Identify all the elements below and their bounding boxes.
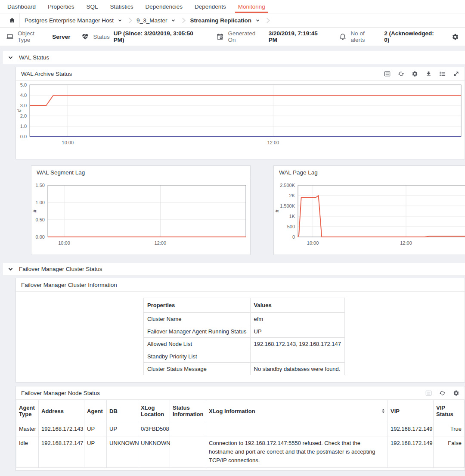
- generated-on-label: Generated On: [228, 30, 264, 43]
- xlog-location-cell: UNKNOWN: [138, 436, 170, 468]
- chevron-down-icon[interactable]: [8, 266, 13, 272]
- section-wal-status[interactable]: WAL Status: [3, 51, 465, 64]
- settings-icon[interactable]: [412, 71, 418, 77]
- column-header-vip-status[interactable]: VIP Status: [434, 400, 465, 422]
- table-row-idle: Idle 192.168.172.147 UP UNKNOWN UNKNOWN …: [16, 436, 465, 468]
- refresh-icon[interactable]: [398, 71, 404, 77]
- breadcrumb-item-server[interactable]: 9_3_Master: [132, 17, 180, 24]
- bell-icon: [339, 33, 347, 40]
- column-header-xlog-location[interactable]: XLog Location: [138, 400, 170, 422]
- calendar-icon: [216, 33, 224, 40]
- svg-text:3.0: 3.0: [20, 103, 27, 108]
- sort-icon[interactable]: [381, 408, 385, 414]
- tab-monitoring[interactable]: Monitoring: [235, 0, 268, 13]
- svg-text:0.50: 0.50: [36, 217, 45, 222]
- data-grid-icon[interactable]: [384, 71, 391, 77]
- table-row: Cluster Status Message No standby databa…: [144, 363, 345, 375]
- generated-on-item: Generated On 3/20/2019, 7:19:45 PM: [216, 30, 328, 43]
- property-cell: Failover Manager Agent Running Status: [144, 325, 251, 338]
- list-icon[interactable]: [439, 71, 446, 77]
- chevron-down-icon[interactable]: [8, 55, 13, 60]
- status-information-cell: [170, 436, 206, 468]
- table-row: Standby Priority List: [144, 350, 345, 363]
- settings-icon[interactable]: [453, 390, 459, 396]
- table-row: Cluster Name efm: [144, 313, 345, 325]
- panel-header: WAL Segment Lag: [31, 166, 250, 179]
- svg-text:0.0: 0.0: [20, 134, 27, 139]
- property-cell: Cluster Status Message: [144, 363, 251, 375]
- node-status-table: Agent Type Address Agent DB XLog Locatio…: [16, 400, 465, 468]
- property-cell: Allowed Node List: [144, 338, 251, 350]
- caret-down-icon: [255, 18, 260, 23]
- data-grid-icon[interactable]: [425, 390, 432, 396]
- column-header-label: XLog Information: [209, 408, 255, 414]
- value-cell: No standby databases were found.: [250, 363, 344, 375]
- alerts-value: 2 (Acknowledged: 0): [384, 30, 440, 43]
- svg-text:500: 500: [287, 224, 295, 229]
- svg-text:12:00: 12:00: [155, 240, 167, 246]
- server-icon: [6, 33, 14, 40]
- svg-text:1.50: 1.50: [36, 183, 45, 188]
- address-cell: 192.168.172.147: [39, 436, 84, 468]
- refresh-icon[interactable]: [439, 390, 446, 396]
- column-header-agent[interactable]: Agent: [84, 400, 107, 422]
- agent-cell: UP: [84, 436, 107, 468]
- column-header-status-information[interactable]: Status Information: [170, 400, 206, 422]
- status-label: Status: [93, 34, 109, 40]
- svg-text:10:00: 10:00: [58, 240, 70, 246]
- db-cell: UP: [107, 422, 138, 436]
- tab-properties[interactable]: Properties: [45, 0, 78, 13]
- object-type-item: Object Type Server: [6, 30, 70, 43]
- column-header-xlog-information[interactable]: XLog Information: [206, 400, 388, 422]
- expand-icon[interactable]: [453, 71, 459, 77]
- db-cell: UNKNOWN: [107, 436, 138, 468]
- column-header-agent-type[interactable]: Agent Type: [16, 400, 39, 422]
- property-cell: Standby Priority List: [144, 350, 251, 363]
- value-cell: UP: [250, 325, 344, 338]
- tab-statistics[interactable]: Statistics: [107, 0, 136, 13]
- generated-on-value: 3/20/2019, 7:19:45 PM: [269, 30, 328, 43]
- tab-sql[interactable]: SQL: [84, 0, 101, 13]
- panel-title: WAL Archive Status: [21, 71, 72, 77]
- wal-segment-chart: 0.000.501.001.5010:0012:00#: [31, 183, 250, 248]
- download-icon[interactable]: [425, 71, 432, 77]
- tab-dashboard[interactable]: Dashboard: [4, 0, 39, 13]
- xlog-location-cell: 0/3FBD508: [138, 422, 170, 436]
- alerts-label: No of alerts: [350, 30, 380, 43]
- vip-cell: 192.168.172.149: [388, 436, 434, 468]
- breadcrumb-item-dashboard[interactable]: Streaming Replication: [185, 17, 265, 24]
- panel-wal-archive-status: WAL Archive Status 0.01.02.03.04.05.010:…: [16, 67, 465, 159]
- settings-icon[interactable]: [452, 33, 459, 40]
- wal-archive-chart: 0.01.02.03.04.05.010:0012:00#: [16, 82, 465, 148]
- panel-header: WAL Page Lag: [274, 166, 465, 179]
- svg-text:1.00: 1.00: [36, 200, 45, 205]
- column-header-address[interactable]: Address: [39, 400, 84, 422]
- status-information-cell: [170, 422, 206, 436]
- object-type-value: Server: [52, 34, 70, 40]
- svg-text:#: #: [32, 209, 38, 212]
- cluster-info-table: Properties Values Cluster Name efm Failo…: [143, 298, 345, 375]
- tab-dependencies[interactable]: Dependencies: [143, 0, 186, 13]
- svg-text:5.0: 5.0: [20, 82, 27, 87]
- svg-text:1.0: 1.0: [20, 124, 27, 129]
- home-icon[interactable]: [4, 13, 20, 27]
- breadcrumb-separator-icon: [180, 18, 186, 23]
- xlog-information-cell: [206, 422, 388, 436]
- tab-dependents[interactable]: Dependents: [192, 0, 229, 13]
- info-bar: Object Type Server Status UP (Since: 3/2…: [0, 28, 465, 46]
- section-failover-cluster-status[interactable]: Failover Manager Cluster Status: [3, 263, 465, 275]
- table-row: Allowed Node List 192.168.172.143, 192.1…: [144, 338, 345, 350]
- column-header-vip[interactable]: VIP: [388, 400, 434, 422]
- property-cell: Cluster Name: [144, 313, 251, 325]
- panel-header: WAL Archive Status: [16, 67, 465, 81]
- panel-title: WAL Page Lag: [279, 169, 318, 176]
- status-value: UP (Since: 3/20/2019, 3:05:50 PM): [114, 30, 205, 43]
- svg-text:1.500K: 1.500K: [280, 203, 295, 208]
- top-nav: Dashboard Properties SQL Statistics Depe…: [0, 0, 465, 13]
- vip-cell: 192.168.172.149: [388, 422, 434, 436]
- table-row-master: Master 192.168.172.143 UP UP 0/3FBD508 1…: [16, 422, 465, 436]
- column-header-db[interactable]: DB: [107, 400, 138, 422]
- svg-text:0.00: 0.00: [36, 234, 45, 240]
- breadcrumb-item-host[interactable]: Postgres Enterprise Manager Host: [20, 17, 127, 24]
- panel-title: WAL Segment Lag: [37, 169, 85, 176]
